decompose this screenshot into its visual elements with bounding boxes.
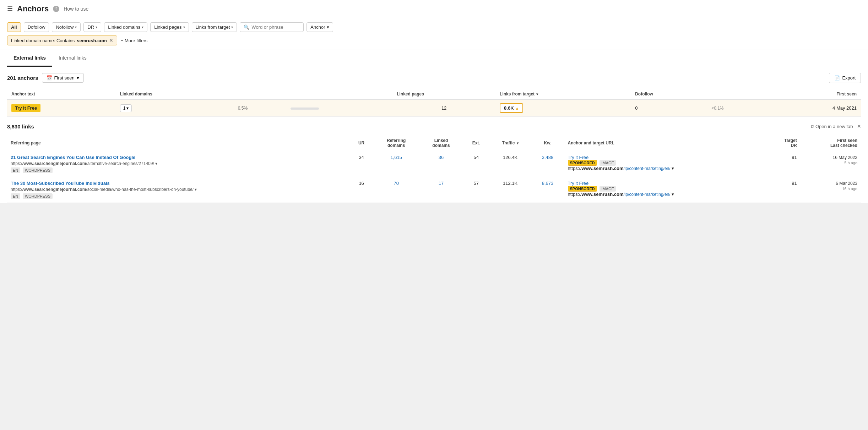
export-btn[interactable]: 📄 Export (829, 73, 861, 83)
referring-page-link-2[interactable]: The 30 Most-Subscribed YouTube Individua… (11, 181, 346, 186)
sub-panel-actions: ⧉ Open in a new tab × (811, 123, 861, 130)
sub-col-linked-domains: Linkeddomains (419, 135, 463, 151)
close-filter-icon[interactable]: ✕ (109, 38, 113, 43)
tab-external-links[interactable]: External links (7, 50, 52, 67)
col-ld-pct (234, 89, 286, 100)
target-url-link-1[interactable]: /lp/content-marketing/en/ (624, 166, 671, 171)
page-wrapper: ☰ Anchors ? How to use All Dofollow Nofo… (0, 0, 868, 430)
referring-domains-cell-2: 70 (373, 177, 419, 203)
summary-row: 201 anchors 📅 First seen ▾ 📄 Export (7, 73, 861, 83)
linked-domains-cell-1: 36 (419, 151, 463, 177)
referring-page-cell-1: 21 Great Search Engines You Can Use Inst… (7, 151, 350, 177)
help-icon[interactable]: ? (53, 6, 59, 12)
active-filter-tag: Linked domain name: Contains semrush.com… (7, 35, 117, 45)
anchor-text-link-2[interactable]: Try it Free (568, 181, 589, 186)
calendar-icon: 📅 (47, 75, 52, 81)
target-url-expand-icon-2[interactable]: ▾ (672, 192, 674, 197)
col-dofollow-pct (707, 89, 767, 100)
referring-domains-link-1[interactable]: 1,615 (390, 155, 402, 160)
filter-all-btn[interactable]: All (7, 22, 21, 32)
linked-domains-chevron-icon: ▾ (142, 25, 143, 29)
sub-col-referring-page: Referring page (7, 135, 350, 151)
first-seen-chevron-icon: ▾ (77, 75, 79, 81)
sub-panel-header: 8,630 links ⧉ Open in a new tab × (7, 123, 861, 130)
target-url-expand-icon-1[interactable]: ▾ (672, 166, 674, 171)
tab-internal-links[interactable]: Internal links (52, 50, 93, 67)
content-area: 201 anchors 📅 First seen ▾ 📄 Export Anch… (0, 67, 868, 117)
links-from-target-cell: 8.6K ▲ (495, 100, 631, 117)
anchor-url-cell-1: Try it Free SPONSORED IMAGE https://www.… (564, 151, 765, 177)
target-url-link-2[interactable]: /lp/content-marketing/en/ (624, 192, 671, 197)
more-filters-btn[interactable]: + More filters (121, 38, 148, 43)
linked-domains-count-btn[interactable]: 1 ▾ (120, 104, 132, 112)
hamburger-icon[interactable]: ☰ (7, 5, 13, 13)
anchor-chevron-icon: ▾ (327, 24, 329, 30)
row1-tags: EN WORDPRESS (11, 166, 346, 173)
tabs: External links Internal links (0, 50, 868, 67)
target-dr-cell-2: 91 (765, 177, 801, 203)
links-from-target-chevron-icon: ▾ (231, 25, 233, 29)
linked-domains-link-1[interactable]: 36 (439, 155, 444, 160)
dr-chevron-icon: ▾ (96, 25, 97, 29)
col-linked-domains: Linked domains (116, 89, 234, 100)
filters-bar: All Dofollow Nofollow ▾ DR ▾ Linked doma… (0, 18, 868, 50)
linked-domains-count-cell: 1 ▾ (116, 100, 234, 117)
kw-link-1[interactable]: 3,488 (542, 155, 554, 160)
how-to-use-link[interactable]: How to use (64, 6, 88, 12)
anchor-text-link-1[interactable]: Try it Free (568, 155, 589, 160)
row2-tags: EN WORDPRESS (11, 192, 346, 199)
links-from-target-btn[interactable]: 8.6K ▲ (500, 103, 523, 113)
url-expand-icon-2[interactable]: ▾ (195, 187, 197, 192)
kw-cell-1: 3,488 (531, 151, 564, 177)
referring-page-url-2: https://www.searchenginejournal.com/soci… (11, 187, 197, 192)
filters-row2: Linked domain name: Contains semrush.com… (7, 35, 861, 45)
image-badge-1: IMAGE (600, 160, 615, 166)
filter-linked-domains-btn[interactable]: Linked domains ▾ (104, 22, 147, 32)
sub-col-ext: Ext. (463, 135, 489, 151)
dofollow-count-cell: 0 (631, 100, 707, 117)
ld-chevron-icon: ▾ (126, 106, 129, 111)
linked-pages-cell: 12 (392, 100, 495, 117)
export-icon: 📄 (834, 75, 840, 81)
sub-panel-title: 8,630 links (7, 123, 34, 129)
filter-nofollow-btn[interactable]: Nofollow ▾ (52, 22, 81, 32)
filter-dofollow-btn[interactable]: Dofollow (24, 22, 49, 32)
filter-links-from-target-btn[interactable]: Links from target ▾ (192, 22, 237, 32)
referring-domains-link-2[interactable]: 70 (394, 181, 398, 186)
header: ☰ Anchors ? How to use (0, 0, 868, 18)
search-input[interactable] (251, 24, 294, 30)
linked-domains-pct-cell: 0.5% (234, 100, 286, 117)
target-dr-cell-1: 91 (765, 151, 801, 177)
filter-linked-pages-btn[interactable]: Linked pages ▾ (150, 22, 189, 32)
sub-table: Referring page UR Referringdomains Linke… (7, 135, 861, 203)
referring-page-cell-2: The 30 Most-Subscribed YouTube Individua… (7, 177, 350, 203)
filter-dr-btn[interactable]: DR ▾ (83, 22, 101, 32)
col-ld-bar (286, 89, 392, 100)
ur-cell-1: 34 (350, 151, 373, 177)
close-sub-panel-btn[interactable]: × (857, 123, 861, 130)
col-dofollow: Dofollow (631, 89, 707, 100)
col-anchor-text: Anchor text (7, 89, 116, 100)
first-seen-dropdown-btn[interactable]: 📅 First seen ▾ (42, 73, 84, 83)
table-row: Try it Free 1 ▾ 0.5% (7, 100, 861, 117)
anchor-dropdown-btn[interactable]: Anchor ▾ (306, 22, 333, 32)
open-new-tab-btn[interactable]: ⧉ Open in a new tab (811, 124, 853, 129)
ext-cell-2: 57 (463, 177, 489, 203)
progress-bar (291, 108, 319, 110)
first-seen-cell: 4 May 2021 (767, 100, 861, 117)
traffic-cell-2: 112.1K (489, 177, 531, 203)
linked-pages-chevron-icon: ▾ (183, 25, 185, 29)
url-expand-icon[interactable]: ▾ (155, 161, 157, 166)
main-table: Anchor text Linked domains Linked pages … (7, 89, 861, 117)
first-seen-cell-2: 6 Mar 2023 16 h ago (801, 177, 861, 203)
ext-cell-1: 54 (463, 151, 489, 177)
sub-table-row: 21 Great Search Engines You Can Use Inst… (7, 151, 861, 177)
sub-col-anchor-url: Anchor and target URL (564, 135, 765, 151)
anchor-tag: Try it Free (11, 104, 40, 112)
referring-page-link-1[interactable]: 21 Great Search Engines You Can Use Inst… (11, 155, 346, 160)
col-links-from-target: Links from target ▾ (495, 89, 631, 100)
linked-domains-link-2[interactable]: 17 (439, 181, 444, 186)
col-linked-pages: Linked pages (392, 89, 495, 100)
nofollow-chevron-icon: ▾ (75, 25, 77, 29)
kw-link-2[interactable]: 8,673 (542, 181, 554, 186)
